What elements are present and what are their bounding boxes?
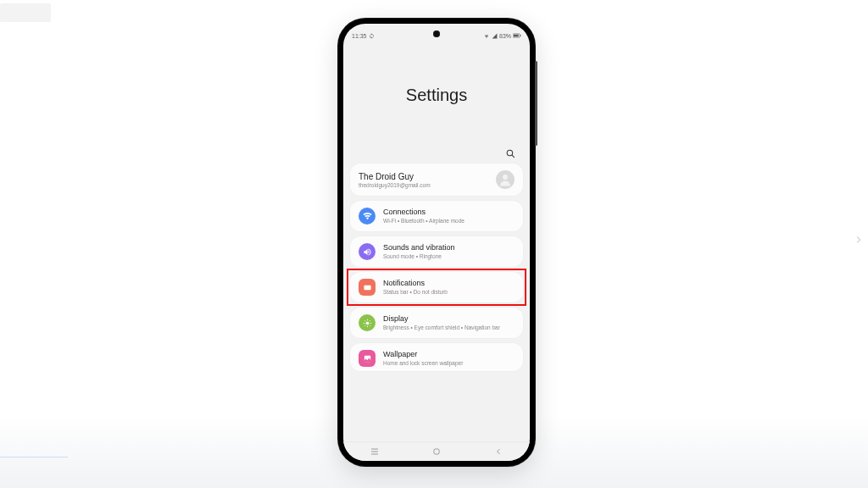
- settings-item-notifications[interactable]: Notifications Status bar • Do not distur…: [350, 272, 523, 302]
- signal-icon: [492, 33, 498, 39]
- item-subtitle: Home and lock screen wallpaper: [383, 360, 463, 367]
- wifi-icon: [483, 33, 490, 39]
- wifi-icon: [359, 208, 376, 225]
- statusbar-time: 11:35: [352, 33, 367, 39]
- carousel-next-icon[interactable]: [853, 234, 865, 254]
- phone-mockup: 11:35 83% Settings The Droid Guy the: [338, 19, 535, 466]
- svg-point-5: [503, 175, 508, 180]
- svg-rect-2: [520, 35, 521, 36]
- svg-line-15: [369, 320, 370, 321]
- nav-recents[interactable]: [366, 446, 383, 458]
- brightness-icon: [359, 314, 376, 331]
- svg-point-7: [365, 321, 369, 324]
- search-button[interactable]: [505, 147, 516, 158]
- person-icon: [498, 172, 513, 187]
- avatar: [496, 170, 515, 189]
- page-accent-line: [0, 457, 68, 458]
- settings-item-sounds[interactable]: Sounds and vibration Sound mode • Ringto…: [350, 236, 523, 267]
- android-navbar: [343, 441, 530, 461]
- svg-line-14: [364, 324, 365, 325]
- item-title: Connections: [383, 208, 465, 217]
- item-title: Display: [383, 314, 500, 324]
- settings-item-display[interactable]: Display Brightness • Eye comfort shield …: [350, 308, 523, 338]
- search-icon: [505, 148, 516, 159]
- item-subtitle: Wi-Fi • Bluetooth • Airplane mode: [383, 218, 465, 225]
- svg-point-3: [507, 150, 513, 156]
- settings-item-connections[interactable]: Connections Wi-Fi • Bluetooth • Airplane…: [350, 201, 523, 231]
- item-subtitle: Sound mode • Ringtone: [383, 253, 455, 260]
- account-name: The Droid Guy: [359, 172, 431, 181]
- sync-icon: [369, 33, 375, 39]
- item-subtitle: Status bar • Do not disturb: [383, 289, 448, 296]
- nav-back[interactable]: [490, 446, 507, 458]
- settings-header: Settings: [343, 42, 530, 147]
- svg-rect-1: [514, 35, 519, 37]
- svg-line-13: [369, 324, 370, 325]
- page-tab-stub: [0, 3, 51, 22]
- svg-rect-20: [434, 449, 439, 454]
- item-title: Sounds and vibration: [383, 243, 455, 252]
- item-subtitle: Brightness • Eye comfort shield • Naviga…: [383, 324, 500, 331]
- wallpaper-icon: [359, 350, 376, 367]
- page-title: Settings: [406, 86, 467, 105]
- svg-line-12: [364, 320, 365, 321]
- settings-item-wallpaper[interactable]: Wallpaper Home and lock screen wallpaper: [350, 343, 523, 371]
- volume-icon: [359, 243, 376, 260]
- nav-home[interactable]: [428, 446, 445, 458]
- front-camera: [433, 30, 440, 37]
- phone-screen: 11:35 83% Settings The Droid Guy the: [343, 24, 530, 461]
- account-email: thedroidguy2019@gmail.com: [359, 182, 431, 188]
- battery-icon: [513, 33, 521, 38]
- svg-rect-6: [364, 285, 370, 290]
- svg-line-4: [512, 155, 515, 158]
- notifications-icon: [359, 279, 376, 296]
- account-card[interactable]: The Droid Guy thedroidguy2019@gmail.com: [350, 164, 523, 196]
- item-title: Notifications: [383, 279, 448, 288]
- settings-list: The Droid Guy thedroidguy2019@gmail.com …: [343, 164, 530, 371]
- statusbar-battery: 83%: [499, 33, 511, 39]
- item-title: Wallpaper: [383, 350, 463, 359]
